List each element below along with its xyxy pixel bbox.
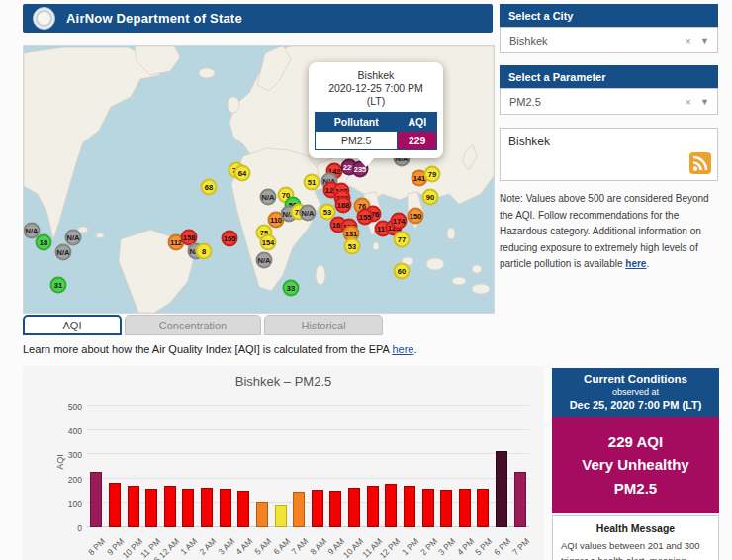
chart-plot-area [87, 406, 529, 527]
chart-y-tick: 200 [50, 475, 82, 485]
chart-bar[interactable] [367, 486, 379, 527]
chart-x-label: 7 AM [289, 536, 310, 557]
chart-bar[interactable] [128, 486, 139, 527]
aqi-marker[interactable]: 60 [394, 263, 411, 280]
chart-bar[interactable] [514, 472, 526, 527]
aqi-marker[interactable]: 53 [344, 238, 361, 255]
parameter-caret-icon[interactable]: ▼ [700, 97, 709, 107]
chart-bar[interactable] [293, 492, 305, 527]
popup-city: Bishkek [315, 69, 437, 82]
chart-bar[interactable] [201, 488, 213, 527]
learn-more-link[interactable]: here [392, 343, 413, 355]
chart-bar[interactable] [440, 490, 452, 527]
popup-aqi-table: Pollutant AQI PM2.5 229 [315, 112, 437, 150]
chart-title: Bishkek – PM2.5 [23, 374, 544, 389]
aqi-marker[interactable]: 68 [201, 179, 218, 196]
app-header: AirNow Department of State [23, 4, 493, 33]
aqi-marker[interactable]: 150 [408, 208, 424, 225]
parameter-select-value: PM2.5 [509, 96, 541, 108]
view-tabs: AQI Concentration Historical [23, 315, 383, 335]
popup-aqi-value: 229 [398, 132, 437, 150]
aqi-marker[interactable]: N/A [256, 252, 273, 269]
chart-x-label: 1 PM [400, 536, 420, 557]
chart-x-label: 1 AM [179, 536, 200, 557]
aqi-marker[interactable]: N/A [300, 205, 317, 222]
chart-bar[interactable] [145, 489, 157, 527]
chart-bar[interactable] [220, 489, 231, 527]
chart-bar[interactable] [329, 491, 341, 527]
aqi-marker[interactable]: 8 [196, 243, 213, 260]
airnow-page: AirNow Department of State [0, 0, 732, 560]
chart-y-tick: 400 [50, 426, 82, 436]
aqi-marker[interactable]: 79 [424, 166, 441, 183]
note-link[interactable]: here [625, 258, 646, 269]
aqi-marker[interactable]: 18 [36, 234, 52, 251]
chart-bar[interactable] [348, 488, 360, 527]
chart-x-label: 2 PM [418, 536, 439, 557]
chart-x-label: 5 AM [252, 536, 273, 557]
parameter-clear-icon[interactable]: × [686, 96, 691, 108]
aqi-marker[interactable]: 33 [283, 280, 300, 297]
aqi-marker[interactable]: 174 [391, 213, 408, 230]
chart-bar[interactable] [109, 483, 121, 527]
app-title: AirNow Department of State [66, 11, 242, 26]
aqi-marker[interactable]: 31 [50, 277, 67, 294]
aqi-marker[interactable]: N/A [260, 189, 277, 206]
chart-x-label: 6 AM [271, 536, 292, 557]
chart-bar[interactable] [422, 489, 434, 527]
parameter-select[interactable]: PM2.5 × ▼ [500, 88, 718, 115]
observed-at-label: observed at [556, 387, 715, 397]
chart-bar[interactable] [496, 451, 507, 527]
chart-bar[interactable] [275, 505, 287, 527]
chart-y-tick: 100 [50, 499, 82, 509]
observed-datetime: Dec 25, 2020 7:00 PM (LT) [556, 399, 715, 411]
note-text: Note: Values above 500 are considered Be… [500, 193, 709, 269]
map-popup: Bishkek 2020-12-25 7:00 PM (LT) Pollutan… [309, 62, 443, 158]
chart-bar[interactable] [312, 490, 323, 527]
current-pollutant: PM2.5 [556, 477, 715, 500]
chart-x-label: 4 AM [234, 536, 255, 557]
chart-y-tick: 300 [50, 450, 82, 460]
aqi-marker[interactable]: N/A [55, 244, 72, 261]
chart-bar[interactable] [237, 491, 249, 527]
aqi-marker[interactable]: 165 [222, 231, 238, 247]
chart-x-label: 3 PM [436, 536, 457, 557]
popup-pollutant-header: Pollutant [316, 113, 398, 132]
chart-x-label: 7 PM [510, 536, 531, 557]
chart-bar[interactable] [459, 489, 471, 527]
city-select[interactable]: Bishkek × ▼ [500, 27, 718, 53]
aqi-marker[interactable]: 154 [260, 234, 277, 251]
aqi-marker[interactable]: 77 [394, 232, 411, 248]
popup-pollutant-value: PM2.5 [316, 132, 398, 150]
chart-bar[interactable] [256, 502, 268, 527]
chart-x-label: 8 AM [308, 536, 328, 557]
aqi-marker[interactable]: 155 [357, 209, 374, 226]
aqi-marker[interactable]: 168 [335, 197, 352, 214]
tab-concentration[interactable]: Concentration [125, 315, 261, 335]
city-caret-icon[interactable]: ▼ [700, 36, 709, 46]
world-aqi-map[interactable]: N/A18N/AN/A31687664112158N/A816575154N/A… [23, 45, 495, 314]
chart-x-label: 10 AM [341, 536, 365, 560]
parameter-select-header: Select a Parameter [500, 65, 718, 88]
chart-bar[interactable] [90, 472, 102, 527]
chart-bar[interactable] [404, 486, 415, 527]
chart-x-label: 10 PM [120, 536, 143, 560]
rss-icon[interactable] [689, 152, 711, 174]
aqi-note: Note: Values above 500 are considered Be… [500, 191, 718, 273]
aqi-marker[interactable]: 90 [422, 189, 439, 206]
aqi-marker[interactable]: 51 [304, 174, 320, 191]
health-message-title: Health Message [561, 522, 710, 534]
chart-bar[interactable] [385, 484, 397, 527]
chart-x-label: 3 AM [216, 536, 236, 557]
city-clear-icon[interactable]: × [686, 35, 691, 47]
chart-bar[interactable] [182, 489, 194, 527]
aqi-marker[interactable]: N/A [65, 230, 82, 246]
city-select-header: Select a City [500, 4, 718, 27]
chart-x-label: 8 PM [86, 536, 107, 557]
chart-bar[interactable] [477, 489, 489, 527]
chart-bar[interactable] [164, 486, 176, 527]
tab-historical[interactable]: Historical [264, 315, 383, 335]
tab-aqi[interactable]: AQI [23, 315, 122, 335]
chart-gridline [87, 429, 529, 430]
aqi-marker[interactable]: 64 [234, 165, 251, 182]
